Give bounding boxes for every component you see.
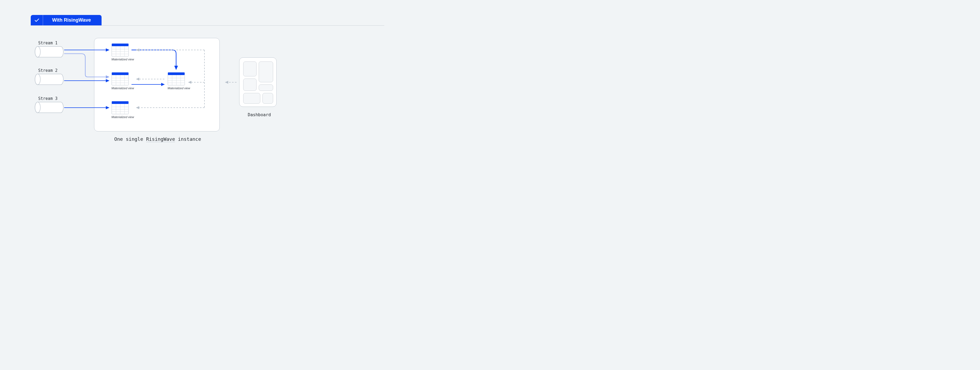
dashboard-box [239, 57, 277, 107]
svg-point-1 [35, 46, 40, 57]
mv-4: Materialized view [167, 72, 190, 90]
mv-2-label: Materialized view [111, 87, 134, 90]
svg-point-5 [35, 102, 40, 113]
risingwave-instance-caption: One single RisingWave instance [112, 136, 203, 142]
dash-tile-4 [259, 84, 273, 91]
dash-tile-5 [243, 93, 260, 104]
mv-1-label: Materialized view [111, 58, 134, 61]
dashboard-caption: Dashboard [248, 112, 271, 117]
stream-3-cylinder [35, 102, 64, 113]
dash-tile-6 [262, 93, 273, 104]
check-icon [31, 15, 43, 25]
svg-rect-23 [112, 101, 129, 104]
mv-3-label: Materialized view [111, 115, 134, 119]
diagram-canvas: Stream 1 Stream 2 Stream 3 One single Ri… [31, 32, 384, 151]
stream-1-label: Stream 1 [38, 41, 57, 45]
svg-rect-15 [112, 72, 129, 75]
mv-2: Materialized view [111, 72, 134, 90]
stream-2-cylinder [35, 73, 64, 85]
mv-4-label: Materialized view [167, 87, 190, 90]
mv-3: Materialized view [111, 101, 134, 119]
svg-rect-31 [168, 72, 185, 75]
mv-1: Materialized view . [111, 43, 136, 61]
svg-rect-7 [112, 44, 129, 46]
stream-2-label: Stream 2 [38, 68, 57, 73]
stream-3-label: Stream 3 [38, 96, 57, 101]
dash-tile-2 [259, 62, 273, 82]
stream-1-cylinder [35, 46, 64, 58]
svg-point-3 [35, 74, 40, 85]
tab-with-risingwave[interactable]: With RisingWave [31, 15, 102, 25]
dash-tile-1 [243, 62, 256, 76]
tab-header: With RisingWave [31, 15, 384, 25]
dash-tile-3 [243, 79, 256, 91]
tab-label: With RisingWave [43, 17, 102, 23]
